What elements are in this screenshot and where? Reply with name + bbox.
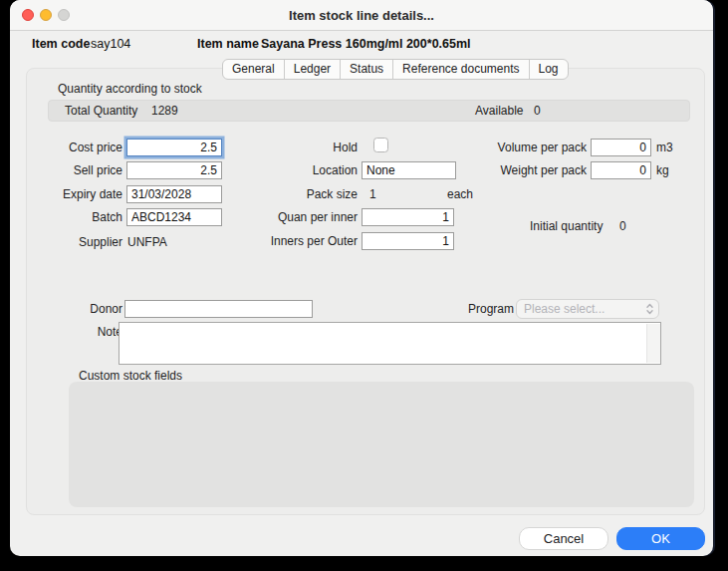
hold-checkbox[interactable]: [373, 138, 388, 152]
weight-per-pack-label: Weight per pack: [445, 163, 587, 177]
note-label: Note: [27, 325, 122, 339]
stock-section-title: Quantity according to stock: [58, 82, 202, 96]
program-label: Program: [414, 302, 514, 316]
total-quantity-label: Total Quantity: [65, 104, 137, 118]
location-input[interactable]: [362, 161, 456, 179]
available-value: 0: [534, 104, 541, 118]
updown-chevron-icon: [645, 302, 654, 316]
tab-bar: General Ledger Status Reference document…: [222, 59, 569, 80]
note-textarea[interactable]: [119, 322, 661, 365]
cost-price-input[interactable]: [126, 139, 222, 156]
volume-unit: m3: [656, 141, 673, 154]
quan-per-inner-label: Quan per inner: [226, 210, 358, 224]
volume-per-pack-label: Volume per pack: [445, 141, 587, 154]
sell-price-label: Sell price: [27, 163, 122, 177]
expiry-date-label: Expiry date: [27, 187, 122, 201]
initial-quantity-value: 0: [619, 219, 626, 233]
location-label: Location: [226, 163, 358, 177]
general-tab-panel: Quantity according to stock Total Quanti…: [26, 68, 705, 515]
item-code-value: say104: [91, 37, 130, 51]
supplier-label: Supplier: [27, 235, 122, 249]
pack-size-unit: each: [447, 187, 473, 201]
batch-label: Batch: [27, 210, 122, 224]
donor-input[interactable]: [124, 300, 313, 318]
available-label: Available: [475, 104, 523, 118]
inners-per-outer-label: Inners per Outer: [226, 234, 358, 248]
hold-label: Hold: [226, 141, 358, 154]
screen: { "window": { "title": "Item stock line …: [0, 0, 728, 571]
tab-status[interactable]: Status: [340, 60, 392, 79]
donor-label: Donor: [27, 302, 122, 316]
quan-per-inner-input[interactable]: [362, 208, 454, 226]
cost-price-label: Cost price: [27, 141, 122, 154]
expiry-date-input[interactable]: [126, 185, 222, 203]
custom-stock-fields-title: Custom stock fields: [79, 369, 182, 383]
pack-size-label: Pack size: [226, 187, 358, 201]
tab-reference-documents[interactable]: Reference documents: [392, 60, 528, 79]
weight-per-pack-input[interactable]: [591, 161, 651, 179]
pack-size-value: 1: [369, 187, 376, 201]
tab-general[interactable]: General: [223, 60, 284, 79]
program-placeholder: Please select...: [524, 302, 645, 316]
volume-per-pack-input[interactable]: [591, 139, 651, 156]
titlebar: Item stock line details...: [10, 0, 713, 31]
item-name-value: Sayana Press 160mg/ml 200*0.65ml: [261, 37, 471, 51]
ok-button[interactable]: OK: [616, 527, 705, 550]
item-name-label: Item name: [197, 37, 259, 51]
supplier-value: UNFPA: [127, 235, 167, 249]
weight-unit: kg: [656, 163, 669, 177]
custom-stock-fields-area: [69, 382, 694, 507]
total-quantity-value: 1289: [151, 104, 178, 118]
sell-price-input[interactable]: [126, 161, 222, 179]
batch-input[interactable]: [126, 208, 222, 226]
cancel-button[interactable]: Cancel: [519, 527, 608, 550]
dialog-window: Item stock line details... Item code say…: [10, 0, 713, 556]
program-select[interactable]: Please select...: [516, 299, 659, 319]
tab-ledger[interactable]: Ledger: [284, 60, 340, 79]
total-quantity-bar: Total Quantity 1289 Available 0: [48, 100, 690, 122]
initial-quantity-label: Initial quantity: [530, 219, 603, 233]
inners-per-outer-input[interactable]: [362, 232, 454, 250]
item-code-label: Item code: [32, 37, 90, 51]
tab-log[interactable]: Log: [529, 60, 568, 79]
window-title: Item stock line details...: [10, 0, 713, 30]
note-scrollbar[interactable]: [646, 324, 660, 363]
